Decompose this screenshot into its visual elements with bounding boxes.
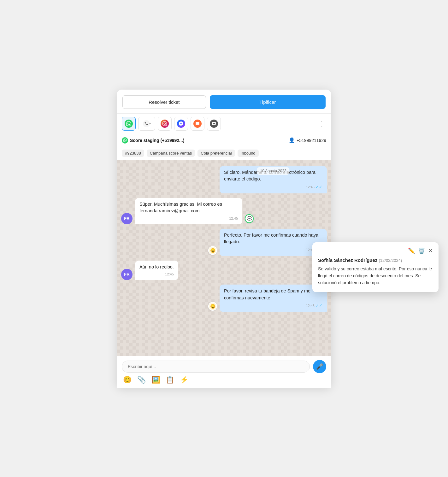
message-row-3: 😊 Perfecto. Por favor me confirmas cuand… — [121, 229, 327, 256]
message-time-1: 12:45 ✓✓ — [224, 184, 322, 190]
avatar-fr-2: FR — [121, 269, 133, 280]
sms-icon — [210, 120, 218, 128]
typing-reaction-1[interactable]: 💬 — [245, 214, 254, 223]
main-container: Resolver ticket Tipificar ▾ — [117, 90, 331, 388]
message-time-3: 12:45 ✓✓ — [224, 247, 322, 253]
emoji-reaction-1[interactable]: 😊 — [208, 246, 217, 255]
channel-whatsapp-button[interactable] — [122, 117, 136, 131]
message-input[interactable] — [122, 361, 310, 373]
chat-icon — [193, 120, 202, 128]
channel-chat-button[interactable] — [191, 117, 204, 131]
tag-direction[interactable]: Inbound — [238, 150, 259, 157]
messenger-icon — [177, 120, 185, 128]
bubble-wrapper-4: Aún no lo recibo. 12:45 — [135, 261, 178, 280]
input-row: 🎤 — [122, 360, 326, 373]
bubble-wrapper-2: Súper. Muchísimas gracias. Mi correo es … — [135, 198, 242, 224]
avatar-fr-1: FR — [121, 213, 133, 224]
contact-phone: +51999211929 — [297, 138, 326, 143]
bubble-wrapper-5: Por favor, revisa tu bandeja de Spam y m… — [220, 285, 327, 312]
phone-caret-icon: ▾ — [149, 122, 151, 125]
account-whatsapp-icon — [122, 137, 128, 144]
tipificar-button[interactable]: Tipificar — [210, 95, 326, 109]
top-buttons-row: Resolver ticket Tipificar — [117, 90, 331, 114]
channel-instagram-button[interactable] — [158, 117, 172, 131]
message-row-4: FR Aún no lo recibo. 12:45 — [121, 261, 327, 280]
message-row-5: 😊 Por favor, revisa tu bandeja de Spam y… — [121, 285, 327, 312]
tag-campaign[interactable]: Campaña score ventas — [147, 150, 195, 157]
message-text-4: Aún no lo recibo. — [139, 264, 174, 269]
resolver-ticket-button[interactable]: Resolver ticket — [122, 95, 206, 109]
message-row-2: FR Súper. Muchísimas gracias. Mi correo … — [121, 198, 327, 224]
message-row-1: 10 Agosto 2023 Sí claro. Mándame tu corr… — [121, 166, 327, 193]
channel-phone-button[interactable]: ▾ — [138, 117, 155, 131]
message-time-4: 12:45 — [139, 272, 174, 277]
message-bubble-1: 10 Agosto 2023 Sí claro. Mándame tu corr… — [220, 166, 327, 193]
message-bubble-3: Perfecto. Por favor me confirmas cuando … — [220, 229, 327, 256]
more-options-button[interactable]: ⋮ — [317, 120, 326, 127]
message-bubble-5: Por favor, revisa tu bandeja de Spam y m… — [220, 285, 327, 312]
note-popup-header: ✏️ 🗑️ ✕ — [318, 247, 433, 254]
emoji-reaction-2[interactable]: 😊 — [208, 302, 217, 311]
contact-number-label: 👤 +51999211929 — [289, 137, 326, 143]
emoji-button[interactable]: 😊 — [123, 376, 132, 384]
bubble-wrapper-3: Perfecto. Por favor me confirmas cuando … — [220, 229, 327, 256]
message-time-5: 12:45 ✓✓ — [224, 303, 322, 309]
message-text-2: Súper. Muchísimas gracias. Mi correo es … — [139, 202, 222, 214]
instagram-icon — [161, 120, 169, 128]
date-stamp: 10 Agosto 2023 — [257, 167, 289, 175]
account-label: Score staging (+519992...) — [122, 137, 184, 144]
contact-person-icon: 👤 — [289, 137, 295, 143]
note-popup: ✏️ 🗑️ ✕ Sofhía Sánchez Rodríguez (12/02/… — [312, 242, 439, 292]
message-time-2: 12:45 — [139, 216, 238, 221]
tag-queue[interactable]: Cola preferencial — [197, 150, 235, 157]
message-text-3: Perfecto. Por favor me confirmas cuando … — [224, 233, 318, 244]
note-body: Se validó y su correo estaba mal escrito… — [318, 265, 433, 286]
info-row: Score staging (+519992...) 👤 +5199921192… — [117, 134, 331, 147]
message-bubble-4: Aún no lo recibo. 12:45 — [135, 261, 178, 280]
channel-sms-button[interactable] — [207, 117, 221, 131]
read-ticks-1: ✓✓ — [315, 185, 322, 189]
clipboard-button[interactable]: 📋 — [166, 376, 174, 384]
channel-row: ▾ ⋮ — [117, 114, 331, 134]
message-bubble-2: Súper. Muchísimas gracias. Mi correo es … — [135, 198, 242, 224]
mic-icon: 🎤 — [316, 363, 323, 370]
tag-ticket-id[interactable]: #923838 — [122, 150, 144, 157]
attach-button[interactable]: 📎 — [137, 376, 146, 384]
phone-icon — [143, 120, 150, 127]
message-text-5: Por favor, revisa tu bandeja de Spam y m… — [224, 288, 310, 300]
note-date: (12/02/2024) — [379, 258, 402, 263]
note-close-icon[interactable]: ✕ — [428, 247, 433, 254]
read-ticks-5: ✓✓ — [315, 303, 322, 308]
note-author: Sofhía Sánchez Rodríguez (12/02/2024) — [318, 257, 433, 263]
bubble-wrapper-1: 10 Agosto 2023 Sí claro. Mándame tu corr… — [220, 166, 327, 193]
mic-button[interactable]: 🎤 — [313, 360, 326, 373]
input-area: 🎤 😊 📎 🖼️ 📋 ⚡ — [117, 356, 331, 388]
lightning-button[interactable]: ⚡ — [180, 376, 188, 384]
tags-row: #923838 Campaña score ventas Cola prefer… — [117, 147, 331, 160]
account-name-label: Score staging (+519992...) — [130, 138, 184, 143]
whatsapp-icon — [125, 120, 133, 128]
note-delete-icon[interactable]: 🗑️ — [418, 247, 425, 254]
channel-messenger-button[interactable] — [174, 117, 188, 131]
input-toolbar: 😊 📎 🖼️ 📋 ⚡ — [122, 373, 326, 385]
note-edit-icon[interactable]: ✏️ — [408, 247, 415, 254]
image-button[interactable]: 🖼️ — [151, 376, 160, 384]
chat-area: 10 Agosto 2023 Sí claro. Mándame tu corr… — [117, 160, 331, 356]
